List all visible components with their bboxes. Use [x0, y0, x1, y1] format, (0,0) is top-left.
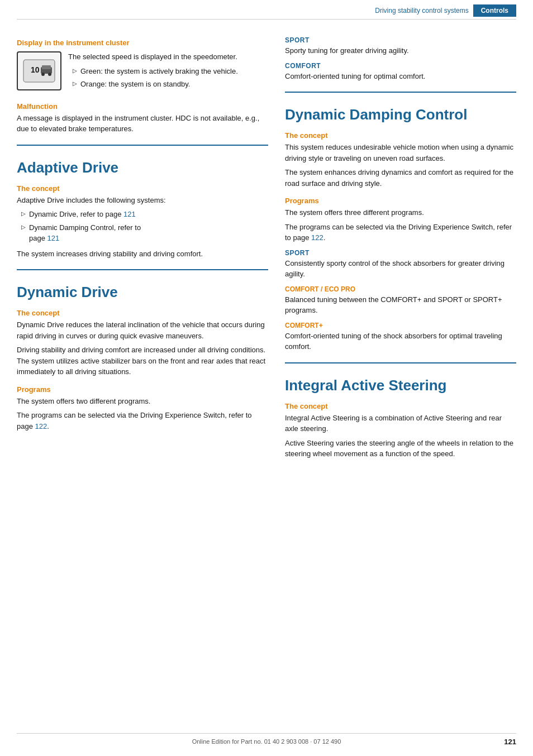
ddc-concept-heading: The concept — [285, 131, 516, 140]
speedometer-svg: 10 — [22, 57, 56, 85]
bullet-arrow-2: ▷ — [73, 79, 77, 88]
malfunction-body: A message is displayed in the instrument… — [17, 113, 268, 135]
dynamic-drive-programs-body1: The system offers two different programs… — [17, 396, 268, 407]
controls-tab: Controls — [473, 4, 516, 17]
dynamic-drive-body1: Dynamic Drive reduces the lateral inclin… — [17, 319, 268, 341]
breadcrumb: Driving stability control systems — [375, 7, 468, 15]
adaptive-drive-divider — [17, 145, 268, 146]
sport-label-top: SPORT — [285, 36, 516, 44]
bullet-arrow-3: ▷ — [21, 209, 26, 218]
integral-active-steering-section: Integral Active Steering The concept Int… — [285, 377, 516, 460]
adaptive-drive-section: Adaptive Drive The concept Adaptive Driv… — [17, 159, 268, 260]
adaptive-drive-bullet-1: ▷ Dynamic Drive, refer to page 121 — [21, 209, 268, 220]
dynamic-drive-concept-heading: The concept — [17, 309, 268, 317]
page-header: Driving stability control systems Contro… — [17, 0, 516, 20]
ddc-concept-body2: The system enhances driving dynamics and… — [285, 167, 516, 189]
ias-concept-body1: Integral Active Steering is a combinatio… — [285, 413, 516, 434]
display-text: The selected speed is displayed in the s… — [68, 51, 268, 92]
ddc-comfort-plus-body: Comfort-oriented tuning of the shock abs… — [285, 331, 516, 352]
right-column: SPORT Sporty tuning for greater driving … — [285, 31, 516, 463]
link-122-b[interactable]: 122 — [311, 233, 323, 242]
ddc-programs-heading: Programs — [285, 197, 516, 205]
dynamic-damping-section: Dynamic Damping Control The concept This… — [285, 106, 516, 352]
ddc-sport-label: SPORT — [285, 249, 516, 257]
bullet-orange: ▷ Orange: the system is on standby. — [73, 79, 268, 90]
ddc-comfort-eco-label: COMFORT / ECO PRO — [285, 285, 516, 293]
adaptive-drive-concept-body2: The system increases driving stability a… — [17, 248, 268, 260]
dynamic-drive-programs-body2: The programs can be selected via the Dri… — [17, 410, 268, 432]
adaptive-drive-title: Adaptive Drive — [17, 159, 268, 176]
malfunction-section: Malfunction A message is displayed in th… — [17, 102, 268, 135]
ddc-comfort-eco-body: Balanced tuning between the COMFORT+ and… — [285, 294, 516, 316]
ddc-sport-body: Consistently sporty control of the shock… — [285, 258, 516, 280]
svg-point-5 — [48, 73, 51, 76]
dynamic-drive-programs-heading: Programs — [17, 385, 268, 394]
link-122-a[interactable]: 122 — [35, 422, 47, 430]
svg-text:10: 10 — [31, 65, 40, 74]
sport-body-top: Sporty tuning for greater driving agilit… — [285, 45, 516, 56]
adaptive-drive-bullet-text-1: Dynamic Drive, refer to page 121 — [29, 209, 136, 220]
ddc-title: Dynamic Damping Control — [285, 106, 516, 123]
display-section: Display in the instrument cluster 10 — [17, 39, 268, 92]
bullet-text-green: Green: the system is actively braking th… — [80, 66, 238, 77]
dynamic-drive-body2: Driving stability and driving comfort ar… — [17, 344, 268, 377]
ias-title: Integral Active Steering — [285, 377, 516, 394]
display-heading: Display in the instrument cluster — [17, 39, 268, 47]
left-column: Display in the instrument cluster 10 — [17, 31, 268, 463]
link-121-b[interactable]: 121 — [47, 234, 60, 242]
comfort-body: Comfort-oriented tuning for optimal comf… — [285, 71, 516, 82]
ddc-concept-body1: This system reduces undesirable vehicle … — [285, 142, 516, 164]
bullet-arrow-4: ▷ — [21, 223, 26, 231]
display-body: The selected speed is displayed in the s… — [68, 51, 268, 63]
dynamic-drive-divider — [17, 269, 268, 270]
ddc-divider — [285, 92, 516, 93]
malfunction-heading: Malfunction — [17, 102, 268, 111]
ias-divider — [285, 362, 516, 363]
display-content: 10 The selected speed is displayed in th… — [17, 51, 268, 92]
main-content: Display in the instrument cluster 10 — [0, 20, 533, 485]
bullet-arrow-1: ▷ — [73, 66, 77, 75]
adaptive-drive-concept-heading: The concept — [17, 184, 268, 193]
link-121-a[interactable]: 121 — [123, 210, 136, 218]
ias-concept-body2: Active Steering varies the steering angl… — [285, 438, 516, 460]
dynamic-drive-section: Dynamic Drive The concept Dynamic Drive … — [17, 284, 268, 432]
bullet-text-orange: Orange: the system is on standby. — [80, 79, 190, 90]
page-number: 121 — [504, 738, 516, 746]
comfort-label: COMFORT — [285, 62, 516, 70]
page-footer: Online Edition for Part no. 01 40 2 903 … — [17, 733, 516, 745]
svg-rect-3 — [42, 65, 51, 69]
dynamic-drive-title: Dynamic Drive — [17, 284, 268, 301]
ddc-programs-body1: The system offers three different progra… — [285, 207, 516, 218]
ddc-programs-body2: The programs can be selected via the Dri… — [285, 222, 516, 243]
adaptive-drive-concept-body: Adaptive Drive includes the following sy… — [17, 195, 268, 206]
ddc-comfort-plus-label: COMFORT+ — [285, 322, 516, 329]
adaptive-drive-bullet-text-2: Dynamic Damping Control, refer topage 12… — [29, 222, 141, 244]
ias-concept-heading: The concept — [285, 402, 516, 410]
instrument-cluster-icon: 10 — [17, 51, 61, 90]
svg-point-4 — [41, 73, 45, 76]
footer-text: Online Edition for Part no. 01 40 2 903 … — [192, 738, 341, 745]
bullet-green: ▷ Green: the system is actively braking … — [73, 66, 268, 77]
adaptive-drive-bullet-2: ▷ Dynamic Damping Control, refer topage … — [21, 222, 268, 244]
